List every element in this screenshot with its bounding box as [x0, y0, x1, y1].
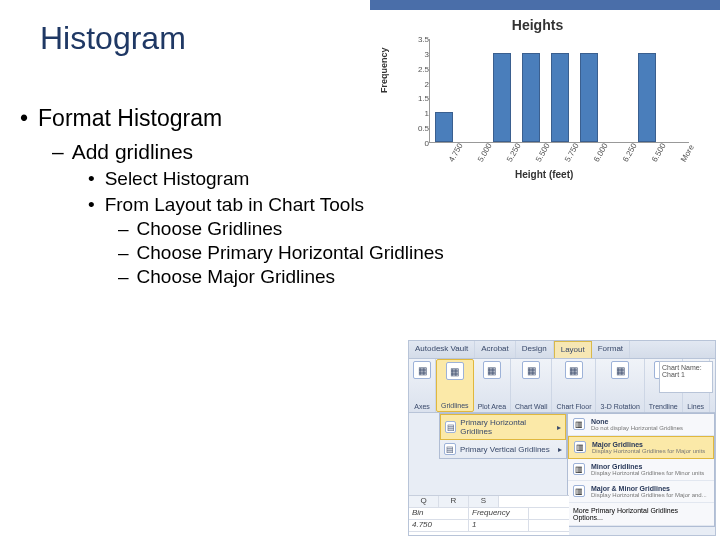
submenu-item-title: None [591, 418, 683, 425]
y-axis-ticks: 00.511.522.533.5 [411, 39, 431, 143]
submenu-more-options[interactable]: More Primary Horizontal Gridlines Option… [568, 503, 714, 526]
ribbon-group-chart-floor[interactable]: ▦Chart Floor [552, 359, 596, 412]
ribbon-group-label: Lines [687, 403, 704, 410]
y-tick: 0.5 [418, 124, 429, 133]
ribbon-tab-acrobat[interactable]: Acrobat [475, 341, 516, 358]
bullet-choose-primary-horizontal: Choose Primary Horizontal Gridlines [118, 242, 710, 264]
x-tick: 6.500 [650, 142, 668, 164]
x-tick: More [679, 143, 696, 163]
ribbon-group-label: Axes [414, 403, 430, 410]
x-tick: 5.500 [534, 142, 552, 164]
sheet-col-row: Q R S [409, 496, 569, 508]
gridlines-dropdown: ▤Primary Horizontal Gridlines▸▤Primary V… [439, 413, 567, 459]
sheet-header-row: Bin Frequency [409, 508, 569, 520]
y-tick: 2.5 [418, 64, 429, 73]
gridlines-option-icon: ▥ [573, 485, 585, 497]
submenu-item[interactable]: ▥Minor GridlinesDisplay Horizontal Gridl… [568, 459, 714, 481]
submenu-item[interactable]: ▥Major & Minor GridlinesDisplay Horizont… [568, 481, 714, 503]
ribbon-group-plot-area[interactable]: ▦Plot Area [474, 359, 511, 412]
chart-name-value: Chart 1 [662, 371, 710, 378]
title-accent-bar [370, 0, 720, 10]
excel-ribbon-screenshot: Autodesk VaultAcrobatDesignLayoutFormat … [408, 340, 716, 536]
x-tick: 5.750 [563, 142, 581, 164]
axes-icon: ▦ [413, 361, 431, 379]
gridlines-icon: ▤ [444, 443, 456, 455]
submenu-item[interactable]: ▥Major GridlinesDisplay Horizontal Gridl… [568, 436, 714, 459]
submenu-item-desc: Display Horizontal Gridlines for Minor u… [591, 470, 704, 476]
ribbon-group-axes[interactable]: ▦Axes [409, 359, 436, 412]
submenu-item-desc: Display Horizontal Gridlines for Major u… [592, 448, 705, 454]
bullet-choose-gridlines: Choose Gridlines [118, 218, 710, 240]
chart-bar [638, 53, 656, 142]
ribbon-group-label: Gridlines [441, 402, 469, 409]
sheet-col-s: S [469, 496, 499, 507]
ribbon-group-label: 3-D Rotation [600, 403, 639, 410]
chart-bar [435, 112, 453, 142]
ribbon-group-label: Plot Area [478, 403, 506, 410]
sheet-col-q: Q [409, 496, 439, 507]
sheet-header-bin: Bin [409, 508, 469, 519]
sheet-cell-bin: 4.750 [409, 520, 469, 531]
dropdown-item[interactable]: ▤Primary Vertical Gridlines▸ [440, 440, 566, 458]
ribbon-tabs: Autodesk VaultAcrobatDesignLayoutFormat [409, 341, 715, 359]
gridlines-option-icon: ▥ [574, 441, 586, 453]
dropdown-item-label: Primary Vertical Gridlines [460, 445, 550, 454]
ribbon-tab-autodesk-vault[interactable]: Autodesk Vault [409, 341, 475, 358]
chevron-right-icon: ▸ [557, 423, 561, 432]
x-tick: 5.000 [476, 142, 494, 164]
ribbon-group-3-d-rotation[interactable]: ▦3-D Rotation [596, 359, 644, 412]
ribbon-group-label: Trendline [649, 403, 678, 410]
chevron-right-icon: ▸ [558, 445, 562, 454]
x-tick: 4.750 [447, 142, 465, 164]
chart-floor-icon: ▦ [565, 361, 583, 379]
x-axis-label: Height (feet) [515, 169, 573, 180]
ribbon-group-label: Chart Wall [515, 403, 547, 410]
histogram-chart: Heights Frequency 00.511.522.533.5 4.750… [375, 15, 700, 193]
ribbon-tab-design[interactable]: Design [516, 341, 554, 358]
chart-wall-icon: ▦ [522, 361, 540, 379]
y-axis-label: Frequency [379, 47, 389, 93]
chart-bar [580, 53, 598, 142]
ribbon-group-label: Chart Floor [556, 403, 591, 410]
gridlines-option-icon: ▥ [573, 418, 585, 430]
gridlines-option-icon: ▥ [573, 463, 585, 475]
gridlines-icon: ▤ [445, 421, 456, 433]
chart-plot [429, 39, 689, 143]
chart-plot-area: Frequency 00.511.522.533.5 4.7505.0005.2… [401, 33, 700, 163]
ribbon-tab-layout[interactable]: Layout [554, 341, 592, 358]
plot-area-icon: ▦ [483, 361, 501, 379]
x-tick: 6.000 [592, 142, 610, 164]
submenu-item-title: Major Gridlines [592, 441, 705, 448]
chart-name-label: Chart Name: [662, 364, 710, 371]
worksheet-peek: Q R S Bin Frequency 4.750 1 [409, 495, 569, 535]
ribbon-tab-format[interactable]: Format [592, 341, 630, 358]
x-tick: 6.250 [621, 142, 639, 164]
gridlines-submenu: ▥NoneDo not display Horizontal Gridlines… [567, 413, 715, 527]
y-tick: 1.5 [418, 94, 429, 103]
3-d-rotation-icon: ▦ [611, 361, 629, 379]
chart-bar [493, 53, 511, 142]
chart-title: Heights [375, 17, 700, 33]
dropdown-item-label: Primary Horizontal Gridlines [460, 418, 553, 436]
ribbon-group-gridlines[interactable]: ▦Gridlines [436, 359, 474, 412]
submenu-item[interactable]: ▥NoneDo not display Horizontal Gridlines [568, 414, 714, 436]
sheet-cell-freq: 1 [469, 520, 529, 531]
y-tick: 3.5 [418, 35, 429, 44]
x-tick: 5.250 [505, 142, 523, 164]
chart-name-box: Chart Name: Chart 1 [659, 361, 713, 393]
dropdown-item[interactable]: ▤Primary Horizontal Gridlines▸ [440, 414, 566, 440]
submenu-item-title: Major & Minor Gridlines [591, 485, 707, 492]
chart-bar [551, 53, 569, 142]
gridlines-icon: ▦ [446, 362, 464, 380]
sheet-data-row: 4.750 1 [409, 520, 569, 532]
slide-title: Histogram [40, 20, 186, 57]
slide: Histogram Format Histogram Add gridlines… [0, 0, 720, 540]
sheet-header-freq: Frequency [469, 508, 529, 519]
submenu-item-title: Minor Gridlines [591, 463, 704, 470]
ribbon-group-chart-wall[interactable]: ▦Chart Wall [511, 359, 552, 412]
sheet-col-r: R [439, 496, 469, 507]
chart-bar [522, 53, 540, 142]
submenu-item-desc: Display Horizontal Gridlines for Major a… [591, 492, 707, 498]
submenu-item-desc: Do not display Horizontal Gridlines [591, 425, 683, 431]
bullet-from-layout: From Layout tab in Chart Tools [88, 194, 710, 216]
